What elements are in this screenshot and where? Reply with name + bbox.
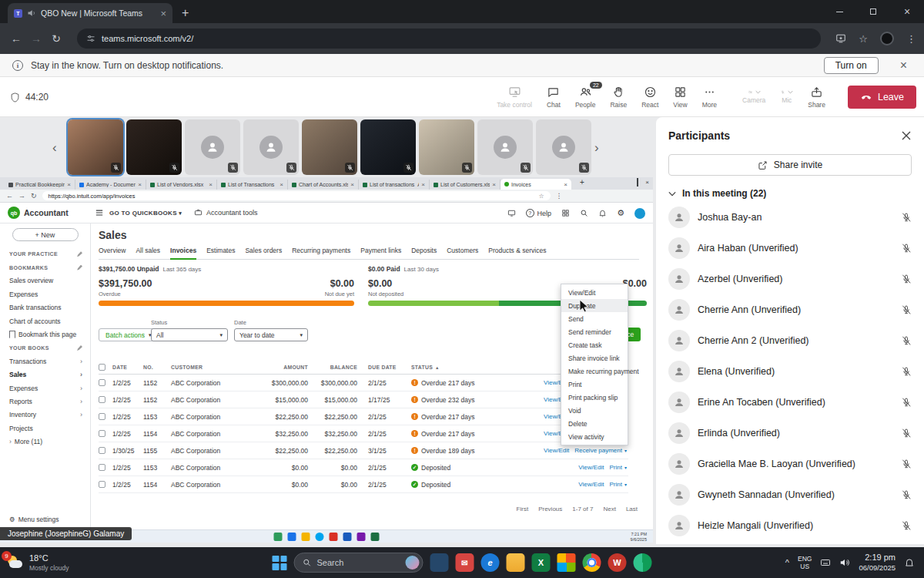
site-settings-icon[interactable] [86, 34, 95, 43]
participant-row[interactable]: Erine An Tocaben (Unverified) [656, 387, 924, 418]
shared-new-tab-button[interactable]: + [580, 178, 584, 187]
device-icon[interactable] [507, 209, 516, 217]
go-to-quickbooks-button[interactable]: GO TO QUICKBOOKS ▾ [109, 210, 182, 217]
sales-tab[interactable]: All sales [136, 247, 160, 259]
view-edit-link[interactable]: View/Edit [544, 447, 569, 454]
qbo-user-avatar[interactable] [634, 208, 645, 219]
taskbar-app-icon[interactable] [583, 553, 601, 572]
sales-tab[interactable]: Invoices [170, 247, 196, 259]
sidebar-item[interactable]: Expenses [0, 381, 90, 395]
batch-actions-button[interactable]: Batch actions▾ [99, 328, 159, 341]
participant-video-tile[interactable] [419, 119, 474, 175]
shared-tab-close-icon[interactable]: × [138, 181, 142, 188]
pagination-next[interactable]: Next [603, 506, 615, 512]
context-menu-item[interactable]: Send reminder [561, 325, 628, 338]
taskbar-app-icon[interactable] [634, 553, 652, 572]
shared-browser-tab[interactable]: List of Transactions_All.xlsx × [217, 180, 288, 190]
mic-button[interactable]: Mic [780, 90, 793, 104]
bookmark-star-icon[interactable]: ☆ [859, 33, 868, 45]
tray-expand-icon[interactable]: ^ [785, 558, 789, 567]
date-filter-select[interactable]: Year to date▾ [234, 328, 308, 341]
shared-browser-tab[interactable]: Invoices × [500, 179, 571, 190]
raise-hand-button[interactable]: Raise [610, 86, 627, 109]
context-menu-item[interactable]: Void [561, 404, 628, 417]
camera-dropdown-chevron-icon[interactable] [755, 90, 761, 94]
share-button[interactable]: Share [808, 86, 825, 109]
reload-button[interactable]: ↻ [46, 32, 66, 45]
sidebar-item[interactable]: YOUR BOOKS [0, 341, 90, 355]
shared-taskbar-app-icon[interactable] [330, 533, 338, 541]
participant-mic-muted-icon[interactable] [901, 274, 912, 284]
notifications-bell-icon[interactable] [904, 557, 915, 568]
browser-tab[interactable]: T QBO New | Microsoft Teams × [8, 3, 172, 23]
participant-video-tile[interactable] [126, 119, 182, 175]
context-menu-item[interactable]: Delete [561, 417, 628, 430]
shared-browser-tab[interactable]: List of Vendors.xlsx × [146, 180, 217, 190]
sidebar-item[interactable]: Sales overview [0, 274, 90, 287]
context-menu-item[interactable]: Send [561, 312, 628, 325]
context-menu-item[interactable]: Make recurring payment [561, 365, 628, 378]
participant-mic-muted-icon[interactable] [901, 397, 912, 408]
accountant-tools-button[interactable]: Accountant tools [194, 208, 258, 217]
shared-taskbar-app-icon[interactable] [288, 533, 296, 541]
speaker-icon[interactable] [839, 557, 850, 568]
participant-mic-muted-icon[interactable] [901, 428, 912, 439]
row-checkbox[interactable] [99, 430, 105, 437]
sidebar-item[interactable]: More (11) [0, 435, 90, 448]
shared-reload-icon[interactable]: ↻ [31, 192, 37, 200]
context-menu-item[interactable]: View/Edit [561, 286, 628, 299]
taskbar-app-icon[interactable] [430, 553, 449, 572]
shared-taskbar-app-icon[interactable] [357, 533, 366, 541]
sidebar-item[interactable]: Projects [0, 422, 90, 435]
shared-tab-close-icon[interactable]: × [280, 181, 283, 188]
shared-browser-menu-icon[interactable]: ⋮ [556, 192, 563, 200]
context-menu-item[interactable]: Print packing slip [561, 391, 628, 404]
sidebar-item[interactable]: YOUR PRACTICE [0, 247, 90, 260]
view-edit-link[interactable]: View/Edit [578, 481, 604, 488]
taskbar-app-icon[interactable]: X [532, 553, 551, 572]
row-action-caret-icon[interactable]: ▾ [624, 482, 627, 487]
start-button[interactable] [273, 556, 287, 570]
participant-video-tile[interactable] [302, 119, 357, 175]
context-menu-item[interactable]: Share invoice link [561, 351, 628, 365]
search-highlight-image[interactable] [406, 556, 420, 570]
shared-taskbar-app-icon[interactable] [371, 533, 380, 541]
shared-browser-tab[interactable]: Chart of Accounts.xlsx × [288, 180, 359, 190]
new-tab-button[interactable]: + [182, 6, 189, 20]
new-button[interactable]: + New [12, 228, 79, 241]
tab-close-icon[interactable]: × [160, 8, 166, 18]
leave-button[interactable]: Leave [848, 86, 916, 109]
taskbar-app-icon[interactable]: W [608, 553, 627, 572]
shared-tab-close-icon[interactable]: × [421, 181, 425, 188]
participant-mic-muted-icon[interactable] [901, 366, 912, 377]
back-button[interactable]: ← [6, 32, 26, 45]
sidebar-item[interactable]: Inventory [0, 408, 90, 422]
notification-close-icon[interactable]: × [900, 59, 907, 72]
invoice-row[interactable]: 1/2/25 1154 ABC Corporation $32,250.00 $… [99, 425, 628, 442]
close-panel-icon[interactable] [901, 130, 912, 141]
sidebar-item[interactable]: Reports [0, 395, 90, 408]
taskbar-search[interactable]: Search [294, 553, 424, 573]
shared-bookmark-star-icon[interactable]: ☆ [538, 193, 544, 200]
shared-taskbar-app-icon[interactable] [316, 533, 324, 541]
more-button[interactable]: More [702, 86, 717, 109]
taskbar-clock[interactable]: 2:19 pm 06/09/2025 [859, 553, 896, 573]
participant-video-tile[interactable] [185, 119, 240, 175]
participant-mic-muted-icon[interactable] [901, 459, 912, 469]
taskbar-app-icon[interactable] [507, 553, 525, 572]
pagination-last[interactable]: Last [626, 506, 638, 512]
row-action-link[interactable]: Print [610, 481, 622, 488]
sales-tab[interactable]: Estimates [206, 247, 235, 259]
shared-browser-tab[interactable]: Practical Bookkeeping wit × [5, 180, 75, 190]
mic-dropdown-chevron-icon[interactable] [788, 90, 793, 94]
shared-tab-close-icon[interactable]: × [67, 181, 71, 188]
gear-icon[interactable]: ⚙ [617, 209, 624, 217]
url-field[interactable]: teams.microsoft.com/v2/ [77, 29, 821, 49]
context-menu-item[interactable]: Print [561, 378, 628, 391]
sidebar-item[interactable]: Bank transactions [0, 301, 90, 314]
participant-video-tile[interactable] [536, 119, 591, 175]
shared-maximize-button[interactable] [637, 179, 638, 186]
row-action-link[interactable]: Print [610, 464, 622, 471]
shared-back-icon[interactable]: ← [6, 192, 13, 200]
participant-row[interactable]: Aira Haban (Unverified) [656, 233, 924, 264]
